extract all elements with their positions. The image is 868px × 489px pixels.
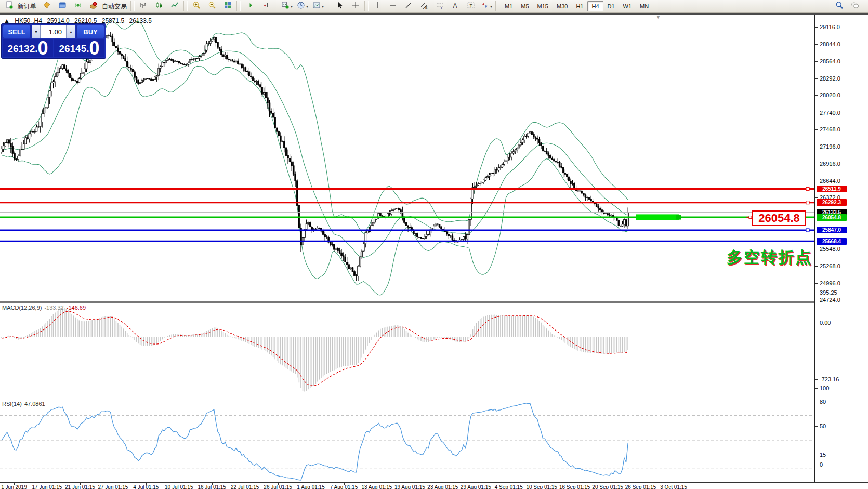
buy-price[interactable]: 26145 . 0 <box>54 39 104 57</box>
time-axis-label: 10 Sep 01:15 <box>526 484 557 489</box>
axis-tick <box>815 181 818 181</box>
charts-button[interactable] <box>39 0 55 12</box>
signals-button[interactable] <box>70 0 86 12</box>
candlestick-chart-button[interactable] <box>151 0 167 12</box>
timeframe-m1-button[interactable]: M1 <box>501 1 517 11</box>
line-anchor-marker[interactable] <box>806 201 809 204</box>
text-a-icon: A <box>451 1 459 11</box>
sell-button[interactable]: SELL <box>3 25 31 38</box>
timeframe-mn-button[interactable]: MN <box>636 1 653 11</box>
time-axis-label: 13 Aug 01:15 <box>361 484 392 489</box>
axis-tick <box>815 44 818 45</box>
timeframe-h4-button[interactable]: H4 <box>587 1 603 11</box>
time-axis[interactable]: 1 Jun 201917 Jun 01:1521 Jun 01:1527 Jun… <box>0 482 868 489</box>
macd-indicator-label: MACD(12,26,9)-133.32-146.69 <box>2 305 86 311</box>
axis-tick <box>815 197 818 198</box>
volume-decrease-button[interactable]: ▼ <box>32 25 41 38</box>
rsi-tick-label: 100 <box>820 385 829 391</box>
vertical-line-button[interactable] <box>370 0 385 12</box>
buy-button[interactable]: BUY <box>76 25 104 38</box>
line-chart-button[interactable] <box>167 0 182 12</box>
timeframe-d1-button[interactable]: D1 <box>603 1 619 11</box>
axis-tick <box>815 266 818 267</box>
green-highlight-zone[interactable] <box>636 214 679 220</box>
toolbar-separator <box>183 1 188 11</box>
autotrading-button[interactable] <box>86 0 101 12</box>
zoom-in-button[interactable] <box>189 0 204 12</box>
tile-windows-button[interactable] <box>220 0 235 12</box>
time-axis-label: 4 Sep 01:15 <box>495 484 523 489</box>
price-axis[interactable]: 29116.028844.028564.028292.028020.027740… <box>814 15 868 482</box>
arrows-button[interactable]: ▾ <box>479 0 494 12</box>
price-tick-label: 28020.0 <box>820 92 840 98</box>
autotrading-button-label[interactable]: 自动交易 <box>102 2 127 11</box>
panel-splitter-icon[interactable]: ▼ <box>656 15 661 20</box>
timeframe-m30-button[interactable]: M30 <box>553 1 572 11</box>
cursor-button[interactable] <box>332 0 348 12</box>
timeframe-w1-button[interactable]: W1 <box>619 1 636 11</box>
macd-chart[interactable] <box>0 303 814 398</box>
macd-panel-splitter[interactable] <box>0 301 868 303</box>
time-axis-label: 26 Sep 01:15 <box>625 484 656 489</box>
label-button[interactable]: T <box>463 0 479 12</box>
price-tick-label: 26644.0 <box>820 178 840 184</box>
price-tick-label: 26916.0 <box>820 161 840 167</box>
fibo-icon: F <box>436 1 444 11</box>
axis-tick <box>815 113 818 113</box>
time-axis-label: 29 Aug 01:15 <box>461 484 491 489</box>
text-button[interactable]: A <box>448 0 463 12</box>
market-watch-button[interactable] <box>55 0 70 12</box>
timeframe-m15-button[interactable]: M15 <box>533 1 553 11</box>
main-chart[interactable] <box>0 16 814 302</box>
price-annotation-box[interactable]: 26054.8 <box>752 210 806 226</box>
hline-icon <box>389 1 397 11</box>
search-button[interactable] <box>832 0 847 12</box>
cursor-icon <box>336 1 344 11</box>
timeframe-h1-button[interactable]: H1 <box>572 1 587 11</box>
time-axis-label: 17 Jun 01:15 <box>32 484 62 489</box>
buy-price-main: 26145 <box>59 41 86 57</box>
fibonacci-button[interactable]: F <box>432 0 448 12</box>
rsi-panel-splitter[interactable] <box>0 398 868 399</box>
periods-button[interactable]: ▾ <box>295 0 310 12</box>
new-order-button[interactable] <box>2 0 17 12</box>
blue-window-icon <box>58 1 67 11</box>
channel-button[interactable]: E <box>416 0 432 12</box>
macd-tick-label: -723.16 <box>820 376 839 382</box>
horizontal-line-button[interactable] <box>385 0 401 12</box>
time-axis-label: 19 Aug 01:15 <box>394 484 425 489</box>
time-axis-label: 1 Jun 2019 <box>1 484 27 489</box>
line-anchor-marker[interactable] <box>806 229 809 232</box>
axis-tick <box>815 147 818 147</box>
bar-chart-button[interactable] <box>136 0 151 12</box>
crosshair-button[interactable] <box>348 0 363 12</box>
chart-shift-button[interactable] <box>257 0 273 12</box>
auto-scroll-button[interactable] <box>242 0 257 12</box>
price-tick-label: 28564.0 <box>820 58 840 64</box>
zoom-out-button[interactable] <box>204 0 220 12</box>
volume-input[interactable]: 1.00 <box>41 25 67 38</box>
timeframe-m5-button[interactable]: M5 <box>517 1 533 11</box>
chat-button[interactable] <box>847 0 863 12</box>
add-indicator-button[interactable]: ▾ <box>279 0 295 12</box>
chart-shift-icon <box>261 1 269 11</box>
time-axis-label: 26 Jul 01:15 <box>264 484 292 489</box>
line-anchor-marker[interactable] <box>806 187 809 190</box>
time-axis-label: 16 Sep 01:15 <box>559 484 590 489</box>
axis-tick <box>815 249 818 249</box>
trendline-button[interactable] <box>401 0 416 12</box>
templates-button[interactable]: ▾ <box>310 0 326 12</box>
axis-tick <box>815 465 818 465</box>
zone-anchor-marker[interactable] <box>676 215 681 220</box>
new-order-button-label[interactable]: 新订单 <box>18 2 36 11</box>
axis-tick <box>815 300 818 300</box>
rsi-chart[interactable] <box>0 399 814 482</box>
note-anchor-marker <box>749 216 752 219</box>
volume-increase-button[interactable]: ▲ <box>67 25 75 38</box>
channel-icon: E <box>420 1 428 11</box>
clock-icon <box>297 1 305 11</box>
turning-point-annotation[interactable]: 多空转折点 <box>727 247 812 268</box>
sell-price[interactable]: 26132 . 0 <box>3 39 53 57</box>
price-tick-label: 27196.0 <box>820 143 840 150</box>
time-axis-label: 3 Oct 01:15 <box>660 484 687 489</box>
